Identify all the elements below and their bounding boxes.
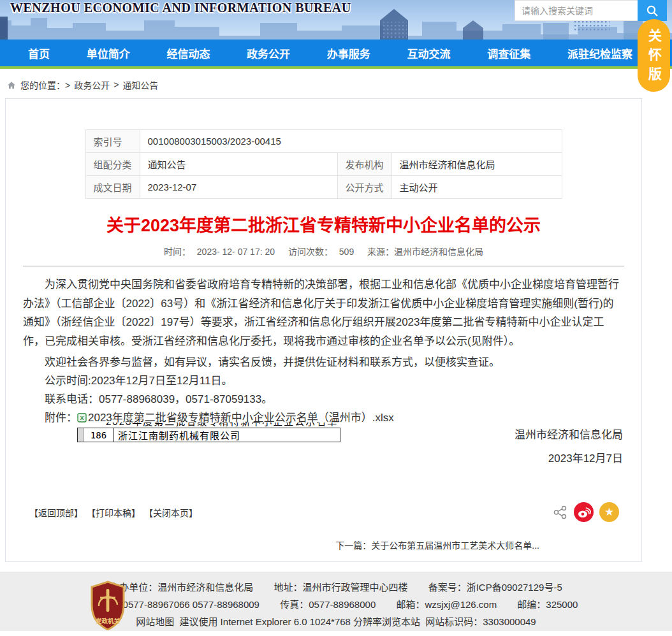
next-article: 下一篇：关于公布第五届温州市工艺美术大师名单... <box>23 538 624 551</box>
excel-icon: X <box>77 413 87 423</box>
footer-site-code: 网站标识码：3303000049 <box>425 613 536 630</box>
publisher-label: 发布机构 <box>337 153 391 176</box>
openness-label: 公开方式 <box>337 176 391 199</box>
paragraph-3: 公示时间:2023年12月7日至12月11日。 <box>23 372 624 390</box>
footer-host: 主办单位：温州市经济和信息化局 <box>110 579 253 596</box>
category-label: 组配分类 <box>85 153 140 176</box>
paragraph-2: 欢迎社会各界参与监督，如有异议，请实名反馈，并提供佐证材料和联系方式，以便核实查… <box>23 353 624 372</box>
share-icon[interactable] <box>553 505 568 520</box>
weibo-share-icon[interactable] <box>574 502 594 522</box>
nav-item-discipline[interactable]: 派驻纪检监察 <box>564 45 636 61</box>
site-title: WENZHOU ECONOMIC AND INFORMATION BUREAU <box>10 1 351 15</box>
site-footer: 党政机关 主办单位：温州市经济和信息化局 地址：温州市行政管理中心四楼 备案号：… <box>0 572 672 631</box>
date-label: 成文日期 <box>85 176 140 199</box>
search-input[interactable] <box>515 0 638 21</box>
main-nav: 首页 单位简介 经信动态 政务公开 办事服务 互动交流 调查征集 派驻纪检监察 <box>0 40 672 69</box>
publisher-value: 温州市经济和信息化局 <box>391 153 562 176</box>
signature-org: 温州市经济和信息化局 <box>515 423 623 447</box>
paragraph-1: 为深入贯彻党中央国务院和省委省政府培育专精特新的决策部署，根据工业和信息化部《优… <box>23 275 624 351</box>
close-page-button[interactable]: 【关闭本页】 <box>144 506 198 519</box>
qzone-share-icon[interactable]: ★ <box>599 502 619 522</box>
footer-icp: 备案号：浙ICP备09027129号-5 <box>428 579 562 596</box>
signature-date: 2023年12月7日 <box>515 447 623 470</box>
table-row: 成文日期 2023-12-07 公开方式 主动公开 <box>85 176 562 199</box>
meta-time-label: 时间： <box>164 247 191 257</box>
meta-time-value: 2023- 12- 07 17: 20 <box>197 247 275 257</box>
meta-visits-label: 访问次数： <box>288 247 333 257</box>
date-value: 2023-12-07 <box>140 176 337 199</box>
footer-email: 邮箱：wzsjxj@126.com <box>396 596 497 613</box>
table-row: 索引号 001008003015003/2023-00415 <box>85 130 562 153</box>
nav-item-home[interactable]: 首页 <box>24 45 54 61</box>
article-meta: 时间： 2023- 12- 07 17: 20 访问次数： 509 来源：温州市… <box>23 245 624 257</box>
signature-block: 温州市经济和信息化局 2023年12月7日 <box>515 423 623 470</box>
site-search <box>515 0 638 21</box>
footer-address: 地址：温州市行政管理中心四楼 <box>274 579 407 596</box>
share-group: ★ <box>553 502 619 522</box>
back-to-top-button[interactable]: 【返回顶部】 <box>29 506 83 519</box>
article-container: 索引号 001008003015003/2023-00415 组配分类 通知公告… <box>5 98 642 562</box>
breadcrumb-label: 您的位置：> <box>20 78 70 91</box>
next-article-link[interactable]: 下一篇：关于公布第五届温州市工艺美术大师名单... <box>335 540 539 551</box>
nav-item-news[interactable]: 经信动态 <box>163 45 214 61</box>
sitemap-link[interactable]: 网站地图 <box>136 613 174 630</box>
svg-text:X: X <box>80 415 84 421</box>
gov-shield-icon: 党政机关 <box>89 581 126 630</box>
clipped-preview-row: 2023年度第二批省级专精特新中小企业公示名单（温州市）.xlsx <box>106 423 343 427</box>
care-mode-badge[interactable]: 关怀版 <box>638 19 670 92</box>
nav-item-interaction[interactable]: 互动交流 <box>404 45 455 61</box>
article-body: 为深入贯彻党中央国务院和省委省政府培育专精特新的决策部署，根据工业和信息化部《优… <box>23 266 624 469</box>
attachment-label: 附件： <box>45 412 77 424</box>
excel-cell-company: 浙江江南制药机械有限公司 <box>114 428 340 442</box>
breadcrumb-separator: > <box>113 80 119 90</box>
breadcrumb-link-notices[interactable]: 通知公告 <box>122 78 158 91</box>
search-button[interactable] <box>638 0 667 21</box>
paragraph-4: 联系电话：0577-88968039，0571-87059133。 <box>23 390 624 408</box>
doc-meta-table: 索引号 001008003015003/2023-00415 组配分类 通知公告… <box>85 129 562 199</box>
excel-preview-row: 186 浙江江南制药机械有限公司 <box>77 428 340 442</box>
excel-cell-index: 186 <box>84 428 114 442</box>
breadcrumb-link-gov-info[interactable]: 政务公开 <box>74 78 110 91</box>
footer-fax: 传真：0577-88968000 <box>280 596 376 613</box>
home-icon[interactable] <box>6 80 17 90</box>
index-number-label: 索引号 <box>85 130 140 153</box>
breadcrumb: 您的位置：> 政务公开 > 通知公告 <box>0 69 672 98</box>
site-header: WENZHOU ECONOMIC AND INFORMATION BUREAU … <box>0 0 672 40</box>
meta-visits-value: 509 <box>339 247 354 257</box>
footer-zip: 邮编：325000 <box>517 596 578 613</box>
index-number-value: 001008003015003/2023-00415 <box>140 130 562 153</box>
footer-browser-advice: 建议使用 Internet Explorer 6.0 1024*768 分辨率浏… <box>179 613 420 630</box>
category-value: 通知公告 <box>140 153 337 176</box>
svg-text:党政机关: 党政机关 <box>96 618 121 625</box>
table-row: 组配分类 通知公告 发布机构 温州市经济和信息化局 <box>85 153 562 176</box>
nav-item-gov-info[interactable]: 政务公开 <box>243 45 294 61</box>
article-actions: 【返回顶部】 【打印本稿】 【关闭本页】 <box>23 502 624 522</box>
attachment-preview-zone: 2023年度第二批省级专精特新中小企业公示名单（温州市）.xlsx 186 浙江… <box>23 427 624 469</box>
page-title: 关于2023年度第二批浙江省专精特新中小企业名单的公示 <box>23 212 624 236</box>
search-icon <box>645 4 659 18</box>
excel-row-gutter <box>78 428 84 442</box>
nav-item-services[interactable]: 办事服务 <box>323 45 374 61</box>
nav-item-about[interactable]: 单位简介 <box>83 45 134 61</box>
openness-value: 主动公开 <box>391 176 562 199</box>
nav-item-survey[interactable]: 调查征集 <box>483 45 534 61</box>
meta-source: 来源：温州市经济和信息化局 <box>367 247 483 257</box>
print-button[interactable]: 【打印本稿】 <box>87 506 140 519</box>
